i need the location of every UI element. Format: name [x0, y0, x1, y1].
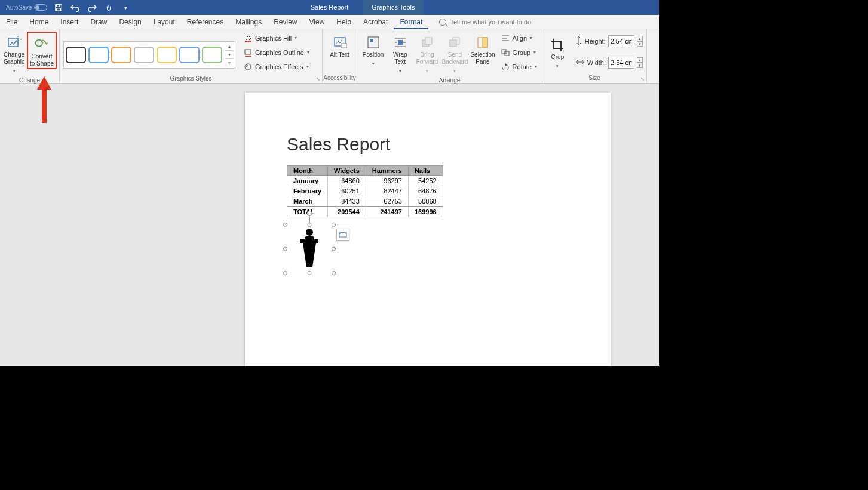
- graphics-fill-button[interactable]: Graphics Fill: [243, 32, 311, 44]
- effects-icon: [244, 63, 252, 71]
- resize-handle[interactable]: [283, 223, 287, 227]
- outline-icon: [244, 48, 252, 57]
- bring-forward-button[interactable]: Bring Forward▾: [415, 32, 439, 75]
- resize-handle[interactable]: [283, 247, 287, 251]
- selection-pane-button[interactable]: Selection Pane: [470, 32, 495, 66]
- position-button[interactable]: Position▾: [361, 32, 385, 67]
- tab-references[interactable]: References: [181, 15, 229, 29]
- style-swatch[interactable]: [157, 47, 177, 63]
- touch-mode-icon[interactable]: [103, 2, 114, 13]
- rotate-icon: [501, 63, 510, 71]
- change-graphic-icon: [7, 35, 22, 50]
- col-header: Hammers: [366, 166, 408, 176]
- style-swatch[interactable]: [134, 47, 154, 63]
- align-button[interactable]: Align: [500, 32, 538, 44]
- crop-button[interactable]: Crop▾: [546, 34, 569, 70]
- style-swatch[interactable]: [202, 47, 222, 63]
- height-spinner[interactable]: ▴▾: [637, 36, 643, 47]
- gallery-scroll[interactable]: ▴▾▿: [225, 42, 233, 67]
- table-row: January648609629754252: [287, 176, 443, 186]
- tab-mailings[interactable]: Mailings: [229, 15, 268, 29]
- document-title: Sales Report: [311, 0, 349, 15]
- svg-marker-36: [37, 76, 51, 123]
- tab-acrobat[interactable]: Acrobat: [357, 15, 394, 29]
- height-icon: [575, 36, 582, 47]
- group-accessibility: Alt Text Accessibility: [323, 29, 357, 83]
- change-graphic-button[interactable]: Change Graphic ▾: [4, 32, 24, 75]
- tab-layout[interactable]: Layout: [148, 15, 181, 29]
- col-header: Widgets: [328, 166, 366, 176]
- redo-icon[interactable]: [87, 2, 97, 13]
- selected-graphic[interactable]: [286, 225, 333, 273]
- page-title: Sales Report: [287, 134, 575, 155]
- svg-marker-34: [303, 243, 316, 267]
- tab-draw[interactable]: Draw: [84, 15, 113, 29]
- tab-format[interactable]: Format: [394, 15, 428, 29]
- tab-insert[interactable]: Insert: [54, 15, 84, 29]
- selection-pane-icon: [476, 35, 490, 50]
- align-icon: [501, 34, 510, 42]
- tab-file[interactable]: File: [0, 15, 23, 29]
- group-icon: [501, 48, 510, 57]
- layout-options-button[interactable]: [336, 229, 349, 241]
- style-swatch[interactable]: [66, 47, 86, 63]
- toggle-off-icon: [34, 4, 47, 11]
- send-backward-button[interactable]: Send Backward▾: [442, 32, 468, 75]
- annotation-arrow: [37, 76, 51, 124]
- svg-rect-8: [245, 56, 251, 57]
- bring-forward-icon: [420, 35, 434, 50]
- send-backward-icon: [447, 35, 462, 50]
- group-change: Change Graphic ▾ Convert to Shape Change: [0, 29, 60, 83]
- width-spinner[interactable]: ▴▾: [637, 57, 643, 68]
- tab-review[interactable]: Review: [268, 15, 303, 29]
- svg-rect-23: [450, 40, 456, 47]
- svg-rect-6: [245, 41, 251, 42]
- qat-customize-icon[interactable]: ▾: [120, 2, 131, 13]
- tab-help[interactable]: Help: [330, 15, 357, 29]
- table-row: February602518244764876: [287, 186, 443, 196]
- height-input[interactable]: [608, 35, 634, 47]
- undo-icon[interactable]: [70, 2, 81, 13]
- rotate-label: Rotate: [513, 63, 532, 70]
- tab-home[interactable]: Home: [23, 15, 54, 29]
- change-graphic-label: Change Graphic: [4, 51, 24, 66]
- size-dialog-launcher[interactable]: ⤡: [639, 76, 645, 82]
- app-window: AutoSave ▾ Sales Report Graphics Tools F…: [0, 0, 659, 366]
- convert-to-shape-icon: [35, 37, 49, 51]
- width-input[interactable]: [608, 57, 634, 69]
- rotate-button[interactable]: Rotate: [500, 60, 538, 73]
- graphics-outline-button[interactable]: Graphics Outline: [243, 46, 311, 58]
- svg-point-4: [36, 40, 42, 47]
- save-icon[interactable]: [53, 2, 64, 13]
- graphics-effects-button[interactable]: Graphics Effects: [243, 60, 311, 73]
- style-gallery[interactable]: ▴▾▿: [63, 41, 235, 69]
- tab-design[interactable]: Design: [113, 15, 147, 29]
- resize-handle[interactable]: [308, 223, 312, 227]
- group-accessibility-label: Accessibility: [323, 75, 357, 83]
- autosave-toggle[interactable]: AutoSave: [6, 4, 47, 11]
- resize-handle[interactable]: [332, 223, 336, 227]
- style-swatch[interactable]: [179, 47, 200, 63]
- tell-me-search[interactable]: Tell me what you want to do: [439, 19, 531, 26]
- resize-handle[interactable]: [283, 271, 287, 275]
- table-header-row: Month Widgets Hammers Nails: [287, 166, 443, 176]
- send-backward-label: Send Backward: [442, 51, 468, 66]
- style-swatch[interactable]: [111, 47, 131, 63]
- page: Sales Report Month Widgets Hammers Nails…: [245, 93, 611, 366]
- convert-to-shape-button[interactable]: Convert to Shape: [29, 33, 55, 67]
- document-area[interactable]: Sales Report Month Widgets Hammers Nails…: [0, 84, 659, 366]
- resize-handle[interactable]: [308, 271, 312, 275]
- alt-text-button[interactable]: Alt Text: [327, 32, 353, 58]
- group-label: Group: [513, 49, 531, 56]
- tab-view[interactable]: View: [303, 15, 331, 29]
- style-swatch[interactable]: [88, 47, 109, 63]
- rotate-handle[interactable]: [307, 211, 312, 216]
- crop-icon: [550, 38, 565, 52]
- wrap-text-button[interactable]: Wrap Text▾: [388, 32, 412, 75]
- resize-handle[interactable]: [332, 271, 336, 275]
- group-button[interactable]: Group: [500, 46, 538, 58]
- styles-dialog-launcher[interactable]: ⤡: [315, 76, 321, 82]
- resize-handle[interactable]: [332, 247, 336, 251]
- podium-speaker-icon: [286, 227, 333, 269]
- context-tab-graphics-tools[interactable]: Graphics Tools: [363, 0, 424, 15]
